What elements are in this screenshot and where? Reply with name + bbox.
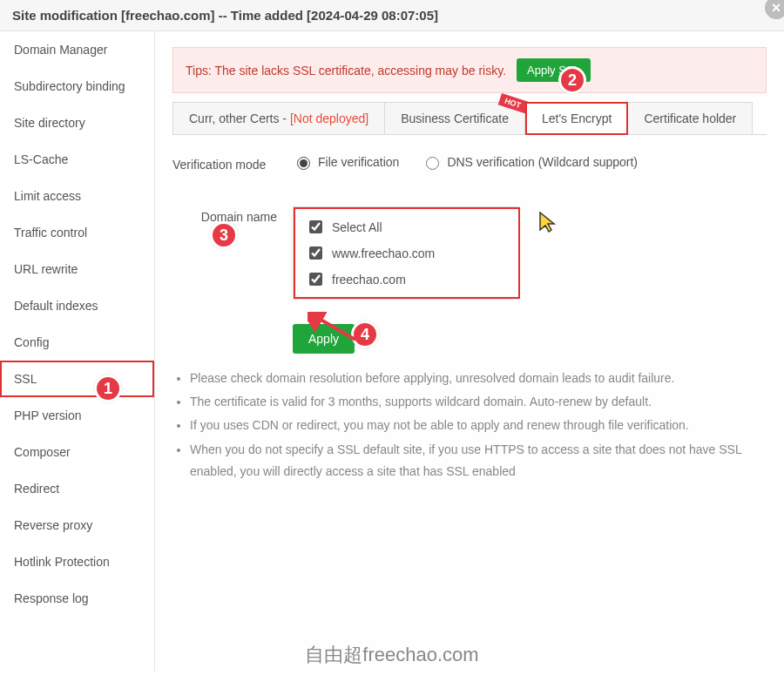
- annotation-badge-2: 2: [558, 66, 586, 94]
- radio-dns-verification-label: DNS verification (Wildcard support): [447, 155, 638, 169]
- sidebar-item-limit-access[interactable]: Limit access: [0, 178, 154, 214]
- radio-file-verification-input[interactable]: [297, 157, 310, 170]
- radio-file-verification-label: File verification: [318, 155, 399, 169]
- notes-list: Please check domain resolution before ap…: [172, 368, 767, 483]
- tab-holder-label: Certificate holder: [644, 111, 736, 125]
- domain-name-row: Domain name Select All www.freechao.com …: [172, 206, 767, 300]
- sidebar-item-subdirectory[interactable]: Subdirectory binding: [0, 68, 154, 105]
- domain-list-box: Select All www.freechao.com freechao.com: [294, 207, 520, 299]
- note-item: The certificate is valid for 3 months, s…: [190, 391, 767, 413]
- sidebar-item-ls-cache[interactable]: LS-Cache: [0, 141, 154, 178]
- tab-lets-encrypt[interactable]: Let's Encrypt: [525, 102, 629, 135]
- checkbox-select-all-input[interactable]: [309, 220, 322, 233]
- checkbox-domain-www-input[interactable]: [309, 246, 322, 260]
- tab-business-label: Business Certificate: [401, 111, 509, 125]
- sidebar-item-response-log[interactable]: Response log: [0, 580, 154, 617]
- sidebar-item-site-directory[interactable]: Site directory: [0, 105, 154, 141]
- sidebar-item-hotlink-protection[interactable]: Hotlink Protection: [0, 543, 154, 580]
- window-title: Site modification [freechao.com] -- Time…: [12, 8, 438, 23]
- cursor-icon: [538, 211, 558, 233]
- checkbox-select-all[interactable]: Select All: [306, 218, 508, 236]
- ssl-tip-text: Tips: The site lacks SSL certificate, ac…: [186, 64, 506, 78]
- apply-row: Apply: [172, 324, 767, 354]
- tab-current-certs[interactable]: Curr, other Certs - [Not deployed]: [172, 102, 385, 135]
- tab-lets-encrypt-label: Let's Encrypt: [542, 111, 612, 125]
- tab-certificate-holder[interactable]: Certificate holder: [628, 102, 753, 135]
- radio-dns-verification[interactable]: DNS verification (Wildcard support): [422, 154, 638, 170]
- note-item: If you uses CDN or redirect, you may not…: [190, 415, 767, 436]
- radio-dns-verification-input[interactable]: [426, 157, 439, 170]
- annotation-badge-3: 3: [210, 221, 238, 249]
- close-icon[interactable]: ×: [765, 0, 784, 19]
- verification-mode-radios: File verification DNS verification (Wild…: [293, 154, 638, 170]
- sidebar-item-php-version[interactable]: PHP version: [0, 397, 154, 434]
- sidebar-item-ssl[interactable]: SSL: [0, 361, 154, 397]
- annotation-badge-1: 1: [94, 375, 122, 402]
- checkbox-domain-www[interactable]: www.freechao.com: [306, 244, 508, 262]
- note-item: Please check domain resolution before ap…: [190, 368, 767, 389]
- sidebar: Domain Manager Subdirectory binding Site…: [0, 31, 155, 672]
- tab-current-certs-prefix: Curr, other Certs -: [189, 111, 290, 125]
- sidebar-item-config[interactable]: Config: [0, 324, 154, 361]
- watermark: 自由超freechao.com: [305, 642, 478, 668]
- domain-list-container: Select All www.freechao.com freechao.com: [293, 206, 519, 300]
- verification-mode-row: Verification mode File verification DNS …: [172, 154, 767, 172]
- note-item: When you do not specify a SSL default si…: [190, 439, 767, 483]
- window-titlebar: Site modification [freechao.com] -- Time…: [0, 0, 784, 31]
- sidebar-item-traffic-control[interactable]: Traffic control: [0, 214, 154, 251]
- checkbox-domain-root-input[interactable]: [309, 273, 322, 286]
- sidebar-item-url-rewrite[interactable]: URL rewrite: [0, 251, 154, 287]
- tab-business-certificate[interactable]: Business Certificate HOT: [385, 102, 525, 135]
- apply-row-spacer: [172, 324, 277, 327]
- main-panel: Tips: The site lacks SSL certificate, ac…: [155, 31, 784, 672]
- content-wrap: Domain Manager Subdirectory binding Site…: [0, 31, 784, 672]
- cert-tabs: Curr, other Certs - [Not deployed] Busin…: [172, 102, 767, 135]
- tab-current-certs-status: [Not deployed]: [290, 111, 368, 125]
- sidebar-item-default-indexes[interactable]: Default indexes: [0, 287, 154, 324]
- sidebar-item-composer[interactable]: Composer: [0, 434, 154, 470]
- svg-line-0: [316, 317, 355, 340]
- verification-mode-label: Verification mode: [172, 154, 277, 172]
- sidebar-item-redirect[interactable]: Redirect: [0, 470, 154, 507]
- checkbox-domain-www-label: www.freechao.com: [332, 246, 435, 260]
- checkbox-domain-root-label: freechao.com: [332, 273, 406, 287]
- radio-file-verification[interactable]: File verification: [293, 154, 399, 170]
- sidebar-item-reverse-proxy[interactable]: Reverse proxy: [0, 507, 154, 543]
- ssl-tip-bar: Tips: The site lacks SSL certificate, ac…: [172, 47, 767, 93]
- arrow-to-apply-icon: [308, 312, 360, 347]
- checkbox-domain-root[interactable]: freechao.com: [306, 270, 508, 288]
- sidebar-item-domain-manager[interactable]: Domain Manager: [0, 31, 154, 68]
- checkbox-select-all-label: Select All: [332, 220, 382, 234]
